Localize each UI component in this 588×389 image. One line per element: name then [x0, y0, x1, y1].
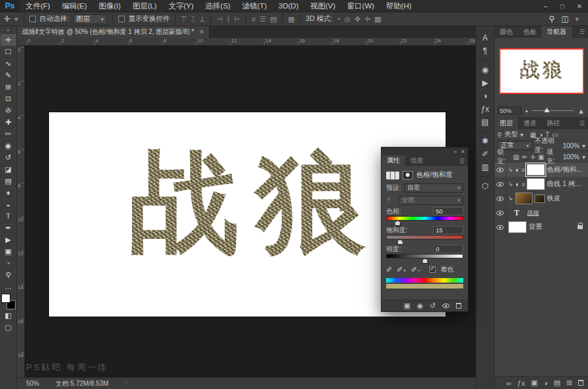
minimize-button[interactable]: – [537, 0, 554, 12]
delete-layer-icon[interactable] [578, 380, 583, 386]
link-layers-icon[interactable]: ∞ [506, 379, 512, 387]
channel-dropdown[interactable]: 全图▾ [399, 196, 463, 205]
eyedropper-add-icon[interactable]: ✐₊ [397, 266, 406, 274]
3d-orbit-icon[interactable]: ◔ [336, 15, 340, 23]
status-options-chevron-icon[interactable]: 〉 [124, 379, 131, 388]
slider-thumb[interactable] [544, 108, 549, 112]
layer-name[interactable]: 背景 [529, 223, 542, 232]
tab-swatches[interactable]: 色板 [518, 26, 542, 38]
dodge-tool[interactable]: ◒ [1, 198, 16, 210]
lock-transparent-icon[interactable]: ▨ [513, 153, 519, 161]
menu-edit[interactable]: 编辑(E) [56, 0, 93, 12]
layer-thumbnail[interactable] [515, 193, 532, 204]
3d-slide-icon[interactable]: ✛ [365, 15, 370, 23]
properties-titlebar[interactable]: « ✕ [382, 148, 468, 155]
lock-all-icon[interactable]: ▣ [538, 153, 544, 161]
3d-pan-icon[interactable]: ✥ [355, 15, 361, 23]
layer-thumbnail[interactable] [508, 221, 527, 233]
3d-scale-icon[interactable]: ▩ [374, 15, 381, 23]
visibility-cell[interactable] [495, 206, 506, 220]
layer-mask-thumbnail[interactable] [527, 178, 545, 190]
tool-preset-arrow-icon[interactable]: ▾ [14, 15, 18, 23]
search-icon[interactable]: ⚲ [549, 14, 555, 23]
menu-layer[interactable]: 图层(L) [127, 0, 163, 12]
path-selection-tool[interactable]: ▶ [1, 234, 16, 245]
workspace-icon[interactable]: ◫ [561, 14, 568, 23]
layer-name[interactable]: 曲线 1 拷... [547, 179, 581, 189]
layer-row-curves[interactable]: ↳ ◐ 8 曲线 1 拷... [495, 177, 588, 191]
eye-icon[interactable] [497, 182, 504, 187]
zoom-in-icon[interactable]: ▲ [578, 107, 585, 115]
distribute-h-icon[interactable]: ☰ [259, 15, 266, 23]
visibility-eye-icon[interactable] [442, 303, 449, 308]
marquee-tool[interactable]: ☐ [1, 46, 16, 57]
menu-3d[interactable]: 3D(D) [272, 0, 304, 12]
align-vcenter-icon[interactable]: ⌶ [191, 15, 195, 23]
slider-thumb[interactable] [397, 240, 403, 245]
auto-select-checkbox[interactable] [29, 16, 36, 22]
zoom-out-icon[interactable]: ▴ [525, 108, 528, 114]
filter-type-dropdown[interactable]: 类型 [504, 130, 517, 139]
visibility-cell[interactable] [495, 163, 506, 177]
navigator-zoom-input[interactable]: 50% [498, 106, 521, 115]
new-group-icon[interactable]: ▤ [554, 379, 561, 387]
clone-source-panel-icon[interactable]: ▥ [478, 161, 493, 174]
saturation-slider[interactable] [386, 235, 463, 240]
close-button[interactable]: ✕ [571, 0, 588, 12]
tab-paths[interactable]: 路径 [542, 117, 565, 129]
history-panel-icon[interactable]: ▤ [478, 116, 493, 129]
new-layer-icon[interactable]: ⊞ [566, 379, 572, 387]
zoom-tool[interactable]: ⚲ [1, 269, 16, 281]
quick-selection-tool[interactable]: ✎ [1, 69, 16, 81]
eyedropper-tool[interactable]: ✇ [1, 104, 16, 116]
eye-icon[interactable] [497, 211, 504, 215]
distribute-icon[interactable]: ▤ [270, 15, 276, 23]
hue-slider[interactable] [386, 216, 463, 221]
layer-row-background[interactable]: 背景 [495, 220, 588, 234]
menu-type[interactable]: 文字(Y) [163, 0, 199, 12]
menu-image[interactable]: 图像(I) [93, 0, 127, 12]
eye-icon[interactable] [497, 168, 504, 172]
adjustments-panel-icon[interactable]: ◑ [478, 89, 493, 102]
targeted-adjustment-icon[interactable]: ☝ [386, 196, 395, 204]
delete-adjustment-icon[interactable] [456, 303, 461, 309]
tab-channels[interactable]: 通道 [518, 117, 542, 129]
tab-properties[interactable]: 属性 [382, 155, 405, 166]
layer-name[interactable]: 色相/饱和... [547, 165, 582, 174]
paragraph-panel-icon[interactable]: ¶ [478, 44, 493, 57]
eyedropper-icon[interactable]: ✐ [386, 266, 392, 274]
align-bottom-icon[interactable]: ⊥ [199, 15, 206, 23]
menu-help[interactable]: 帮助(H) [380, 0, 417, 12]
align-left-icon[interactable]: ⊣ [216, 15, 223, 23]
libraries-panel-icon[interactable]: ◉ [478, 63, 493, 76]
move-tool[interactable]: ✛ [1, 34, 16, 46]
styles-panel-icon[interactable]: ƒx [478, 102, 493, 116]
slider-thumb[interactable] [422, 258, 428, 264]
reset-icon[interactable]: ↺ [430, 302, 436, 310]
3d-panel-icon[interactable]: ⬡ [478, 179, 493, 193]
menu-file[interactable]: 文件(F) [20, 0, 56, 12]
quick-mask-icon[interactable]: ◧ [1, 309, 16, 321]
layer-mask-thumbnail[interactable] [527, 164, 545, 176]
menu-select[interactable]: 选择(S) [199, 0, 236, 12]
preset-dropdown[interactable]: 自定▾ [404, 183, 463, 193]
fill-value[interactable]: 100% [563, 153, 580, 161]
toolbar-collapse-icon[interactable]: » [7, 26, 9, 34]
align-top-icon[interactable]: ⊤ [181, 15, 188, 23]
eraser-tool[interactable]: ◪ [1, 163, 16, 175]
visibility-cell[interactable] [495, 191, 506, 206]
history-brush-tool[interactable]: ↺ [1, 151, 16, 163]
document-tab[interactable]: 战狼Ⅱ文字特效 @ 50% (色相/饱和度 1 拷贝 2, 图层蒙版/8) * … [17, 26, 210, 38]
hue-input[interactable]: 50 [433, 207, 463, 215]
collapse-panel-icon[interactable]: « [454, 149, 457, 155]
align-right-icon[interactable]: ⊢ [234, 15, 240, 23]
menu-view[interactable]: 视图(V) [304, 0, 341, 12]
brush-tool[interactable]: ✏ [1, 128, 16, 140]
slider-thumb[interactable] [395, 221, 400, 226]
lasso-tool[interactable]: ∿ [1, 57, 16, 69]
layer-row-texture[interactable]: ↳ 铁皮 [495, 191, 588, 206]
zoom-level[interactable]: 50% [17, 380, 46, 387]
eye-icon[interactable] [497, 196, 504, 201]
add-mask-icon[interactable]: ▣ [531, 379, 537, 387]
mask-link-icon[interactable]: 8 [522, 167, 525, 173]
